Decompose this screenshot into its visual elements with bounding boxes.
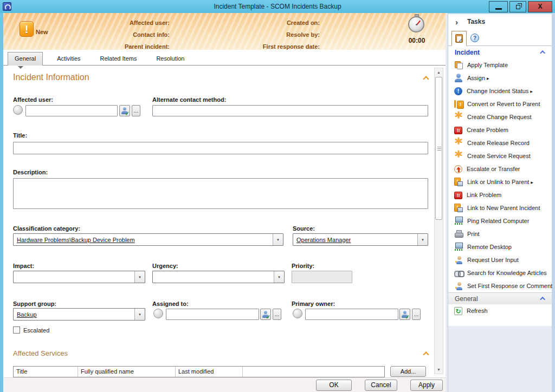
window-title: Incident Template - SCOM Incidents Backu… <box>0 3 555 10</box>
section-title-incident-information: Incident Information <box>13 73 89 82</box>
task-set-first-response-or-comment[interactable]: Set First Response or Comment <box>448 279 552 292</box>
computer-icon <box>454 217 463 225</box>
create-burst-icon <box>454 113 463 121</box>
apply-button[interactable]: Apply <box>410 380 443 391</box>
dropdown-arrow-icon[interactable] <box>417 234 428 245</box>
collapse-tasks-pane-chevron-icon[interactable]: › <box>455 18 458 26</box>
task-search-for-knowledge-articles[interactable]: Search for Knowledge Articles <box>448 266 552 279</box>
urgency-combobox[interactable] <box>152 271 285 283</box>
stopwatch-face <box>408 16 424 32</box>
task-assign[interactable]: Assign▶ <box>448 71 552 84</box>
scroll-up-arrow-icon[interactable]: ▲ <box>435 68 443 76</box>
ok-button[interactable]: OK <box>316 380 352 391</box>
support-group-combobox[interactable]: Backup <box>13 308 145 321</box>
collapse-affected-services-chevron-icon[interactable] <box>423 351 429 357</box>
incident-section-header[interactable]: Incident <box>448 46 552 58</box>
request-input-icon <box>454 256 463 264</box>
tasks-tab[interactable] <box>451 31 467 46</box>
submenu-arrow-icon: ▶ <box>531 180 533 184</box>
add-service-button[interactable]: Add... <box>390 366 426 377</box>
task-escalate-or-transfer[interactable]: Escalate or Transfer <box>448 162 552 175</box>
task-ping-related-computer[interactable]: Ping Related Computer <box>448 214 552 227</box>
priority-input <box>292 271 352 283</box>
assigned-to-label: Assigned to: <box>152 300 189 307</box>
header-fields-left: Affected user:Contact info:Parent incide… <box>57 17 170 53</box>
urgency-label: Urgency: <box>152 263 178 269</box>
tasks-tabstrip <box>448 29 552 46</box>
task-print[interactable]: Print <box>448 227 552 240</box>
task-request-user-input[interactable]: Request User Input <box>448 253 552 266</box>
task-link-problem[interactable]: Link Problem <box>448 188 552 201</box>
classification-category-combobox[interactable]: Hardware Problems\Backup Device Problem <box>13 233 283 246</box>
alternate-contact-label: Alternate contact method: <box>152 96 226 103</box>
column-header-title[interactable]: Title <box>14 367 78 377</box>
task-apply-template[interactable]: Apply Template <box>448 58 552 71</box>
check-icon: ✓ <box>125 111 130 116</box>
assigned-to-browse-button[interactable]: ... <box>273 309 281 320</box>
check-icon: ✓ <box>266 315 270 320</box>
cancel-button[interactable]: Cancel <box>365 380 397 391</box>
task-create-release-record[interactable]: Create Release Record <box>448 136 552 149</box>
tab-related-items[interactable]: Related Items <box>95 53 143 65</box>
status-badge: New <box>36 29 48 35</box>
affected-user-picker-button[interactable]: ✓ <box>119 105 130 116</box>
restore-button[interactable] <box>509 1 526 12</box>
task-create-problem[interactable]: Create Problem <box>448 123 552 136</box>
close-icon: X <box>538 3 542 10</box>
task-create-change-request[interactable]: Create Change Request <box>448 110 552 123</box>
tab-activities[interactable]: Activities <box>51 53 86 65</box>
assigned-to-input[interactable] <box>166 309 259 320</box>
column-header-last-modified[interactable]: Last modified <box>176 367 243 377</box>
task-label: Apply Template <box>467 62 508 68</box>
window-frame-right <box>552 13 555 392</box>
affected-user-presence-icon <box>13 105 23 115</box>
stopwatch-icon <box>408 14 424 35</box>
task-label: Link or Unlink to Parent <box>467 179 529 185</box>
primary-owner-input[interactable] <box>305 309 398 320</box>
impact-value <box>14 271 134 283</box>
column-header-empty[interactable] <box>243 367 384 377</box>
task-link-or-unlink-to-parent[interactable]: Link or Unlink to Parent▶ <box>448 175 552 188</box>
escalated-checkbox[interactable] <box>13 326 20 334</box>
description-input[interactable] <box>13 178 428 209</box>
dropdown-arrow-icon[interactable] <box>274 271 284 283</box>
dropdown-arrow-icon[interactable] <box>134 309 145 320</box>
primary-owner-picker-button[interactable]: ✓ <box>399 309 410 320</box>
alternate-contact-input[interactable] <box>152 105 428 116</box>
priority-label: Priority: <box>292 263 314 269</box>
dropdown-arrow-icon[interactable] <box>134 271 145 283</box>
assigned-to-picker-button[interactable]: ✓ <box>260 309 271 320</box>
column-header-fully-qualified-name[interactable]: Fully qualified name <box>78 367 176 377</box>
primary-owner-browse-button[interactable]: ... <box>412 309 421 320</box>
source-label: Source: <box>293 225 315 232</box>
close-button[interactable]: X <box>528 1 552 12</box>
minimize-button[interactable] <box>489 1 508 12</box>
header-field-label: Affected user: <box>57 17 170 29</box>
impact-label: Impact: <box>13 263 34 269</box>
tab-resolution[interactable]: Resolution <box>151 53 190 65</box>
classification-category-label: Classification category: <box>13 225 80 232</box>
dropdown-arrow-icon[interactable] <box>273 234 283 245</box>
task-change-incident-status[interactable]: Change Incident Status▶ <box>448 84 552 97</box>
task-convert-or-revert-to-parent[interactable]: Convert or Revert to Parent <box>448 97 552 110</box>
submenu-arrow-icon: ▶ <box>530 89 533 93</box>
form-scrollbar[interactable]: ▲ ▼ <box>434 68 443 374</box>
general-section-header[interactable]: General <box>448 292 552 304</box>
scrollbar-thumb[interactable] <box>435 77 442 220</box>
task-refresh[interactable]: Refresh <box>448 304 552 317</box>
scroll-down-arrow-icon[interactable]: ▼ <box>435 365 443 374</box>
title-input[interactable] <box>13 142 428 154</box>
task-remote-desktop[interactable]: Remote Desktop <box>448 240 552 253</box>
collapse-incident-information-chevron-icon[interactable] <box>423 76 429 82</box>
impact-combobox[interactable] <box>13 271 145 283</box>
affected-user-browse-button[interactable]: ... <box>132 105 140 116</box>
source-combobox[interactable]: Operations Manager <box>293 233 428 246</box>
tab-general[interactable]: General <box>8 52 43 66</box>
task-create-service-request[interactable]: Create Service Request <box>448 149 552 162</box>
incident-warning-icon <box>20 21 34 37</box>
help-tab[interactable] <box>467 30 483 45</box>
affected-services-table: TitleFully qualified nameLast modified <box>13 366 385 377</box>
affected-user-input[interactable] <box>25 105 118 116</box>
task-link-to-new-parent-incident[interactable]: Link to New Parent Incident <box>448 201 552 214</box>
header-field-label: Contact info: <box>57 29 170 41</box>
